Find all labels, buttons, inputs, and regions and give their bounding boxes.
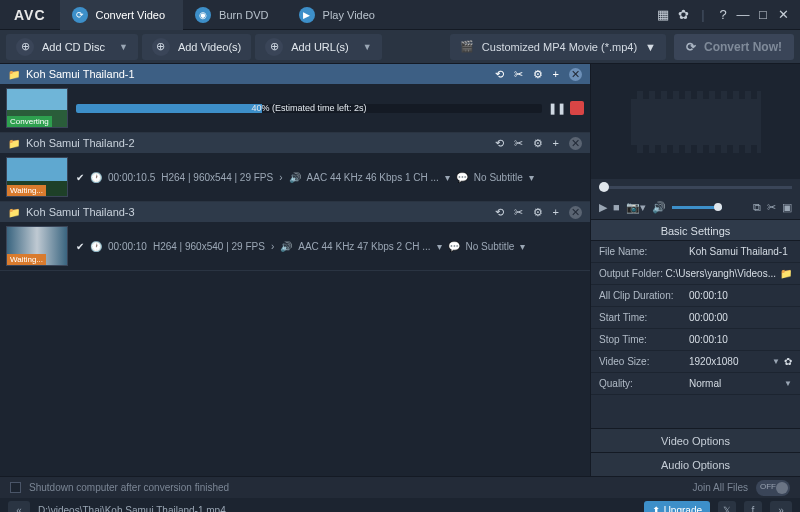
- twitter-button[interactable]: 𝕏: [718, 501, 736, 512]
- video-thumbnail: Waiting...: [6, 157, 68, 197]
- settings-icon[interactable]: ⚙: [533, 206, 543, 219]
- side-panel: ▶ ■ 📷▾ 🔊 ⧉ ✂ ▣ Basic Settings File Name:…: [590, 64, 800, 476]
- stop-time-field[interactable]: 00:00:10: [689, 334, 792, 345]
- loop-icon[interactable]: ⟲: [495, 137, 504, 150]
- tab-play-video[interactable]: ▶Play Video: [287, 0, 393, 30]
- subtitle-select[interactable]: No Subtitle: [466, 241, 515, 252]
- video-codec-info: H264 | 960x544 | 29 FPS: [161, 172, 273, 183]
- video-list: 📁 Koh Samui Thailand-1 ⟲ ✂ ⚙ + ✕ Convert…: [0, 64, 590, 476]
- audio-track-select[interactable]: AAC 44 KHz 46 Kbps 1 CH ...: [307, 172, 439, 183]
- loop-icon[interactable]: ⟲: [495, 206, 504, 219]
- tab-convert-video[interactable]: ⟳Convert Video: [60, 0, 184, 30]
- play-button[interactable]: ▶: [599, 201, 607, 214]
- basic-settings-header: Basic Settings: [591, 219, 800, 241]
- next-button[interactable]: »: [770, 501, 792, 512]
- subtitle-select[interactable]: No Subtitle: [474, 172, 523, 183]
- preview-area: [591, 64, 800, 179]
- chevron-down-icon: ▼: [119, 42, 128, 52]
- cut-icon[interactable]: ✂: [514, 206, 523, 219]
- output-folder-field[interactable]: C:\Users\yangh\Videos... 📁: [666, 268, 792, 279]
- remove-icon[interactable]: ✕: [569, 68, 582, 81]
- gear-icon[interactable]: ✿: [784, 356, 792, 367]
- pause-button[interactable]: ❚❚: [550, 101, 564, 115]
- audio-icon: 🔊: [280, 241, 292, 252]
- refresh-icon: ⟳: [686, 40, 696, 54]
- film-reel-icon: [631, 91, 761, 153]
- remove-icon[interactable]: ✕: [569, 137, 582, 150]
- menu-icon[interactable]: ▦: [654, 6, 672, 24]
- expand-icon[interactable]: ›: [271, 241, 274, 252]
- settings-icon[interactable]: ⚙: [533, 68, 543, 81]
- tab-burn-dvd[interactable]: ◉Burn DVD: [183, 0, 287, 30]
- video-thumbnail: Converting: [6, 88, 68, 128]
- check-icon[interactable]: ✔: [76, 241, 84, 252]
- file-name-field[interactable]: Koh Samui Thailand-1: [689, 246, 792, 257]
- video-item[interactable]: 📁 Koh Samui Thailand-1 ⟲ ✂ ⚙ + ✕ Convert…: [0, 64, 590, 133]
- video-options-button[interactable]: Video Options: [591, 428, 800, 452]
- quality-select[interactable]: Normal▼: [689, 378, 792, 389]
- add-icon[interactable]: +: [553, 206, 559, 218]
- status-badge: Waiting...: [7, 185, 46, 196]
- titlebar: AVC ⟳Convert Video ◉Burn DVD ▶Play Video…: [0, 0, 800, 30]
- audio-options-button[interactable]: Audio Options: [591, 452, 800, 476]
- expand-icon[interactable]: ›: [279, 172, 282, 183]
- maximize-button[interactable]: □: [754, 6, 772, 24]
- cd-plus-icon: ⊕: [16, 38, 34, 56]
- gear-icon[interactable]: ✿: [674, 6, 692, 24]
- video-size-select[interactable]: 1920x1080▼ ✿: [689, 356, 792, 367]
- status-badge: Waiting...: [7, 254, 46, 265]
- cut-icon[interactable]: ✂: [767, 201, 776, 214]
- upgrade-button[interactable]: ⬆Upgrade: [644, 501, 710, 512]
- join-files-toggle[interactable]: OFF: [756, 480, 790, 496]
- stop-button[interactable]: ■: [613, 201, 620, 213]
- cut-icon[interactable]: ✂: [514, 68, 523, 81]
- clock-icon: 🕐: [90, 172, 102, 183]
- toolbar: ⊕Add CD Disc▼ ⊕Add Video(s) ⊕Add URL(s)▼…: [0, 30, 800, 64]
- add-videos-button[interactable]: ⊕Add Video(s): [142, 34, 251, 60]
- film-icon: 🎬: [460, 40, 474, 53]
- loop-icon[interactable]: ⟲: [495, 68, 504, 81]
- audio-icon: 🔊: [289, 172, 301, 183]
- add-urls-button[interactable]: ⊕Add URL(s)▼: [255, 34, 381, 60]
- video-item[interactable]: 📁 Koh Samui Thailand-3 ⟲ ✂ ⚙ + ✕ Waiting…: [0, 202, 590, 271]
- help-icon[interactable]: ?: [714, 6, 732, 24]
- convert-now-button[interactable]: ⟳Convert Now!: [674, 34, 794, 60]
- add-icon[interactable]: +: [553, 68, 559, 80]
- check-icon[interactable]: ✔: [76, 172, 84, 183]
- video-title: Koh Samui Thailand-2: [26, 137, 135, 149]
- subtitle-icon: 💬: [448, 241, 460, 252]
- close-button[interactable]: ✕: [774, 6, 792, 24]
- remove-icon[interactable]: ✕: [569, 206, 582, 219]
- subtitle-icon: 💬: [456, 172, 468, 183]
- detach-icon[interactable]: ⧉: [753, 201, 761, 214]
- refresh-icon: ⟳: [72, 7, 88, 23]
- footer-options: Shutdown computer after conversion finis…: [0, 476, 800, 498]
- stop-button[interactable]: [570, 101, 584, 115]
- status-badge: Converting: [7, 116, 52, 127]
- audio-track-select[interactable]: AAC 44 KHz 47 Kbps 2 CH ...: [298, 241, 430, 252]
- start-time-field[interactable]: 00:00:00: [689, 312, 792, 323]
- output-profile-select[interactable]: 🎬Customized MP4 Movie (*.mp4)▼: [450, 34, 666, 60]
- minimize-button[interactable]: —: [734, 6, 752, 24]
- shutdown-checkbox[interactable]: [10, 482, 21, 493]
- add-icon[interactable]: +: [553, 137, 559, 149]
- seek-slider[interactable]: [599, 186, 792, 189]
- divider: |: [694, 6, 712, 24]
- video-item[interactable]: 📁 Koh Samui Thailand-2 ⟲ ✂ ⚙ + ✕ Waiting…: [0, 133, 590, 202]
- app-logo: AVC: [0, 7, 60, 23]
- folder-icon[interactable]: 📁: [780, 268, 792, 279]
- crop-icon[interactable]: ▣: [782, 201, 792, 214]
- cut-icon[interactable]: ✂: [514, 137, 523, 150]
- snapshot-button[interactable]: 📷▾: [626, 201, 646, 214]
- facebook-button[interactable]: f: [744, 501, 762, 512]
- disc-icon: ◉: [195, 7, 211, 23]
- folder-icon: 📁: [8, 207, 20, 218]
- settings-icon[interactable]: ⚙: [533, 137, 543, 150]
- volume-slider[interactable]: [672, 206, 722, 209]
- volume-icon[interactable]: 🔊: [652, 201, 666, 214]
- video-title: Koh Samui Thailand-3: [26, 206, 135, 218]
- add-cd-disc-button[interactable]: ⊕Add CD Disc▼: [6, 34, 138, 60]
- progress-bar: 40% (Estimated time left: 2s): [76, 104, 542, 113]
- play-icon: ▶: [299, 7, 315, 23]
- prev-button[interactable]: «: [8, 501, 30, 512]
